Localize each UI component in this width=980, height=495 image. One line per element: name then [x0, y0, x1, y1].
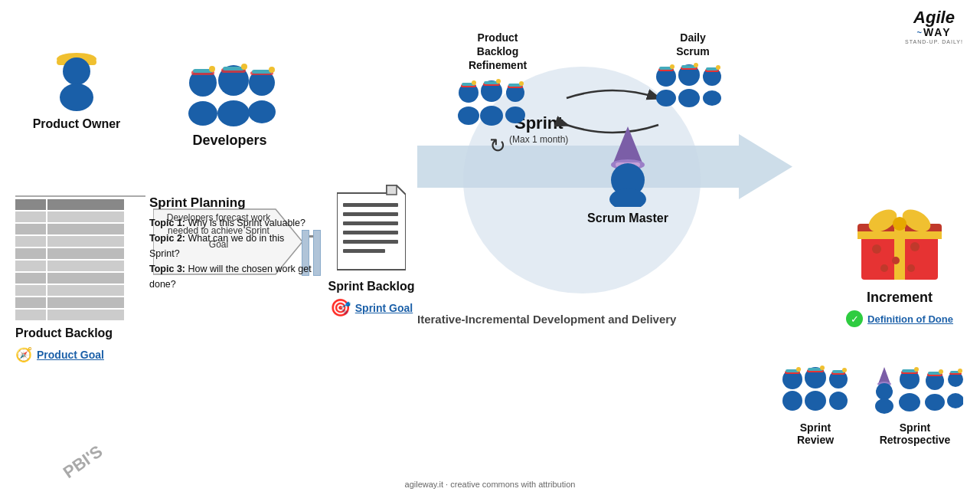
backlog-row-9	[15, 310, 145, 320]
logo-agile: Agile	[913, 8, 955, 28]
footer: agileway.it · creative commons with attr…	[405, 480, 576, 489]
svg-point-34	[472, 80, 476, 85]
backlog-row-6	[15, 273, 145, 284]
svg-rect-24	[343, 221, 398, 225]
svg-point-56	[703, 90, 721, 106]
svg-point-8	[209, 66, 215, 72]
sprint-retro-section: Sprint Retrospective	[865, 364, 965, 446]
dod-row: ✓ Definition of Done	[846, 310, 953, 327]
pbr-label: Product Backlog Refinement	[444, 31, 551, 73]
backlog-cell-3b	[47, 236, 124, 247]
dod-link[interactable]: Definition of Done	[867, 313, 953, 325]
svg-point-75	[880, 264, 888, 272]
svg-point-5	[188, 101, 217, 126]
sprint-backlog-section: Sprint Backlog 🎯 Sprint Goal	[322, 184, 421, 318]
increment-section: Increment ✓ Definition of Done	[846, 192, 953, 327]
backlog-cell-2a	[15, 224, 46, 234]
sprint-goal-link[interactable]: Sprint Goal	[355, 302, 413, 314]
topic2-bold: Topic 2:	[149, 233, 185, 244]
svg-point-88	[829, 392, 848, 410]
backlog-cell-7b	[47, 285, 124, 296]
sprint-backlog-label: Sprint Backlog	[322, 280, 421, 293]
sprint-review-label: Sprint Review	[773, 421, 858, 446]
scrum-master-label: Scrum Master	[578, 211, 678, 225]
svg-point-41	[505, 107, 525, 123]
svg-point-110	[958, 369, 962, 373]
sprint-planning-section: Sprint Planning Topic 1: Why is this Spr…	[149, 195, 314, 292]
svg-point-86	[820, 366, 825, 370]
backlog-cell-1a	[15, 211, 46, 222]
topic1-text: Why is this Sprint valuable?	[185, 218, 305, 228]
backlog-cell-9b	[47, 310, 124, 320]
svg-point-95	[875, 398, 893, 414]
backlog-cell-5b	[47, 261, 124, 271]
svg-point-73	[892, 257, 900, 264]
svg-point-76	[907, 264, 915, 272]
sprint-planning-label: Sprint Planning	[149, 195, 314, 211]
svg-point-54	[694, 63, 698, 67]
backlog-cell-4b	[47, 248, 124, 259]
svg-rect-12	[223, 67, 244, 70]
svg-point-49	[670, 64, 675, 69]
backlog-row-5	[15, 261, 145, 271]
svg-point-15	[248, 100, 276, 123]
delivery-label: Iterative-Incremental Development and De…	[417, 313, 676, 326]
backlog-row-8	[15, 297, 145, 308]
sprint-review-figures	[777, 364, 854, 416]
svg-point-72	[872, 244, 881, 254]
svg-rect-68	[858, 231, 942, 239]
topic1-bold: Topic 1:	[149, 218, 185, 228]
backlog-row-1	[15, 211, 145, 222]
svg-rect-26	[343, 240, 398, 244]
svg-point-81	[796, 367, 801, 372]
svg-point-39	[496, 79, 501, 84]
pbr-figures	[452, 76, 544, 129]
product-goal-link[interactable]: Product Goal	[37, 349, 104, 361]
svg-point-71	[893, 217, 906, 231]
product-backlog-section: PBI'S Product Backlog 🧭 Product Goal	[15, 199, 145, 363]
backlog-cell-1b	[47, 211, 124, 222]
svg-point-100	[914, 367, 919, 372]
scrum-master-section: Scrum Master	[578, 123, 678, 225]
svg-point-2	[63, 57, 90, 85]
svg-point-44	[519, 81, 524, 86]
svg-point-10	[217, 100, 250, 126]
svg-point-18	[269, 67, 275, 73]
svg-rect-22	[343, 203, 398, 207]
backlog-rows	[15, 199, 145, 320]
sprint-retro-label: Sprint Retrospective	[865, 421, 965, 446]
svg-point-102	[925, 394, 945, 411]
product-goal-row: 🧭 Product Goal	[15, 346, 145, 363]
svg-point-74	[910, 242, 920, 251]
svg-point-46	[656, 90, 676, 107]
svg-point-107	[947, 393, 963, 408]
sb-bar-2	[313, 230, 321, 276]
backlog-cell-7a	[15, 285, 46, 296]
daily-scrum-figures	[651, 61, 735, 111]
backlog-row-4	[15, 248, 145, 259]
logo: Agile ~ WAY STAND-UP. DAILY!	[900, 8, 969, 44]
scrum-master-figure	[590, 123, 666, 207]
logo-sub: STAND-UP. DAILY!	[900, 39, 969, 44]
daily-scrum-label: Daily Scrum	[643, 31, 743, 58]
svg-point-31	[458, 107, 479, 125]
backlog-cell-3a	[15, 236, 46, 247]
page: Agile ~ WAY STAND-UP. DAILY! Product Own…	[0, 0, 980, 495]
developers-section: Developers	[161, 61, 299, 149]
topic3-bold: Topic 3:	[149, 264, 185, 274]
backlog-cell-2b	[47, 224, 124, 234]
backlog-row-2	[15, 224, 145, 234]
developers-figure	[176, 61, 283, 126]
sprint-review-section: Sprint Review	[773, 364, 858, 446]
po-backlog-divider	[15, 195, 145, 197]
svg-point-91	[842, 368, 847, 372]
svg-point-94	[876, 383, 893, 400]
product-owner-figure	[46, 42, 107, 111]
logo-wave: ~	[916, 28, 921, 37]
sprint-goal-row: 🎯 Sprint Goal	[322, 298, 421, 318]
svg-marker-92	[878, 367, 890, 384]
svg-point-97	[899, 393, 920, 411]
backlog-row-header	[15, 199, 145, 210]
sprint-retro-figures	[867, 364, 963, 416]
pbr-section: Product Backlog Refinement ↻	[444, 31, 551, 158]
